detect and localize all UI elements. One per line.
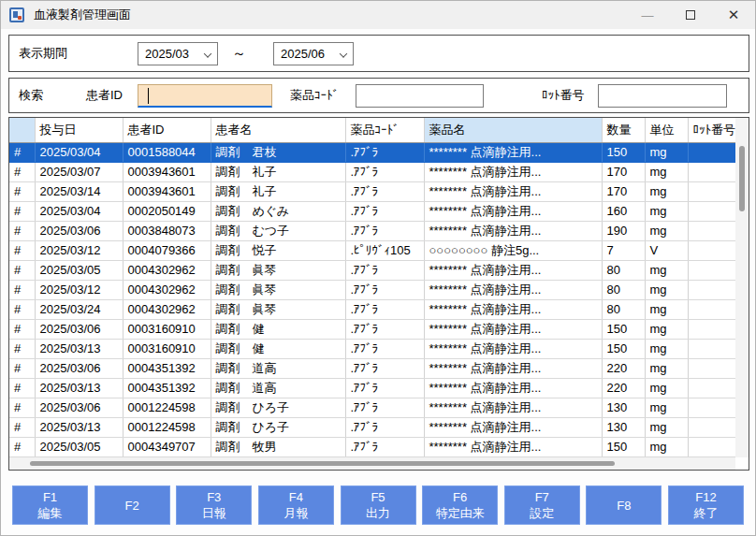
f2-button[interactable]: F2 [94,485,170,525]
cell-drug-name: ******** 点滴静注用... [424,221,602,240]
header-lot-number[interactable]: ﾛｯﾄ番号 [688,118,736,142]
table-row[interactable]: #2025/03/040002050149調剤 めぐみ.ｱﾌﾞﾗ********… [9,201,736,221]
cell-unit: mg [645,142,688,162]
table-row[interactable]: #2025/03/060003848073調剤 むつ子.ｱﾌﾞﾗ********… [9,221,736,240]
cell-lot-number [688,181,736,201]
f3-daily-report-button[interactable]: F3日報 [176,485,252,525]
header-patient-id[interactable]: 患者ID [123,118,211,142]
table-row[interactable]: #2025/03/060004351392調剤 道高.ｱﾌﾞﾗ******** … [9,358,736,378]
app-icon [9,7,24,22]
cell-patient-name: 調剤 眞琴 [211,260,345,280]
cell-drug-code: .ｱﾌﾞﾗ [345,417,424,437]
f6-specified-origin-button[interactable]: F6特定由来 [422,485,498,525]
cell-drug-name: ******** 点滴静注用... [424,299,602,319]
cell-patient-name: 調剤 ひろ子 [211,417,345,437]
horizontal-scrollbar[interactable] [9,457,735,470]
cell-quantity: 130 [602,417,645,437]
table-row[interactable]: #2025/03/240004302962調剤 眞琴.ｱﾌﾞﾗ******** … [9,299,736,319]
cell-quantity: 80 [602,280,645,299]
header-patient-name[interactable]: 患者名 [211,118,345,142]
cell-dose-date: 2025/03/06 [35,319,123,339]
cell-unit: mg [645,299,688,319]
period-from-dropdown[interactable]: 2025/03 [138,42,218,65]
maximize-button[interactable] [669,1,712,29]
cell-lot-number [688,437,736,456]
table-row[interactable]: #2025/03/050004349707調剤 牧男.ｱﾌﾞﾗ******** … [9,437,736,456]
cell-dose-date: 2025/03/06 [35,358,123,378]
header-unit[interactable]: 単位 [645,118,688,142]
table-row[interactable]: #2025/03/120004302962調剤 眞琴.ｱﾌﾞﾗ******** … [9,280,736,299]
header-dose-date[interactable]: 投与日 [35,118,123,142]
lot-number-label: ﾛｯﾄ番号 [542,87,585,104]
minimize-button[interactable]: — [626,1,669,29]
row-marker: # [9,417,35,437]
period-to-dropdown[interactable]: 2025/06 [273,42,354,65]
window: 血液製剤管理画面 — ✕ 表示期間 2025/03 ～ 2025/06 検索 患… [0,0,756,536]
cell-drug-name: ○○○○○○○○ 静注5g... [424,240,602,260]
table-row[interactable]: #2025/03/040001588044調剤 君枝.ｱﾌﾞﾗ******** … [9,142,736,162]
table-row[interactable]: #2025/03/050004302962調剤 眞琴.ｱﾌﾞﾗ******** … [9,260,736,280]
close-button[interactable]: ✕ [712,1,755,29]
header-quantity[interactable]: 数量 [602,118,645,142]
cell-quantity: 160 [602,201,645,221]
row-marker: # [9,260,35,280]
fkey-label: F2 [125,498,139,514]
cell-drug-code: .ｱﾌﾞﾗ [345,280,424,299]
table-row[interactable]: #2025/03/070003943601調剤 礼子.ｱﾌﾞﾗ******** … [9,162,736,181]
records-table: 投与日 患者ID 患者名 薬品ｺｰﾄﾞ 薬品名 数量 単位 ﾛｯﾄ番号 #202… [9,118,737,457]
cell-patient-id: 0001224598 [123,398,211,417]
cell-dose-date: 2025/03/13 [35,417,123,437]
cell-quantity: 170 [602,162,645,181]
row-marker: # [9,339,35,358]
row-marker: # [9,201,35,221]
drug-code-input[interactable] [356,84,484,108]
text-caret [148,88,149,104]
table-row[interactable]: #2025/03/060003160910調剤 健.ｱﾌﾞﾗ******** 点… [9,319,736,339]
lot-number-input[interactable] [598,84,727,108]
cell-drug-code: .ｱﾌﾞﾗ [345,260,424,280]
cell-patient-name: 調剤 眞琴 [211,280,345,299]
table-row[interactable]: #2025/03/140003943601調剤 礼子.ｱﾌﾞﾗ******** … [9,181,736,201]
cell-lot-number [688,221,736,240]
row-marker: # [9,221,35,240]
f7-settings-button[interactable]: F7設定 [504,485,580,525]
vertical-scrollbar[interactable] [735,118,749,457]
table-row[interactable]: #2025/03/130001224598調剤 ひろ子.ｱﾌﾞﾗ********… [9,417,736,437]
cell-patient-name: 調剤 礼子 [211,162,345,181]
vertical-scrollbar-thumb[interactable] [739,146,745,211]
records-panel: 投与日 患者ID 患者名 薬品ｺｰﾄﾞ 薬品名 数量 単位 ﾛｯﾄ番号 #202… [8,117,749,471]
cell-dose-date: 2025/03/12 [35,280,123,299]
cell-dose-date: 2025/03/04 [35,142,123,162]
table-row[interactable]: #2025/03/130004351392調剤 道高.ｱﾌﾞﾗ******** … [9,378,736,398]
cell-dose-date: 2025/03/07 [35,162,123,181]
fkey-label: F4 [289,489,303,505]
cell-unit: mg [645,260,688,280]
cell-drug-code: .ｱﾌﾞﾗ [345,319,424,339]
fkey-label: F12 [695,489,716,505]
cell-patient-id: 0004302962 [123,260,211,280]
f8-button[interactable]: F8 [586,485,662,525]
table-row[interactable]: #2025/03/120004079366調剤 悦子.ﾋﾟﾘｳﾞｨ105○○○○… [9,240,736,260]
cell-patient-name: 調剤 むつ子 [211,221,345,240]
f4-monthly-report-button[interactable]: F4月報 [258,485,334,525]
cell-quantity: 150 [602,339,645,358]
row-marker: # [9,319,35,339]
table-row[interactable]: #2025/03/130003160910調剤 健.ｱﾌﾞﾗ******** 点… [9,339,736,358]
patient-id-input[interactable] [138,84,272,108]
f5-output-button[interactable]: F5出力 [341,485,416,525]
horizontal-scrollbar-thumb[interactable] [30,461,615,466]
period-to-value: 2025/06 [281,47,325,61]
cell-drug-name: ******** 点滴静注用... [424,280,602,299]
f1-edit-button[interactable]: F1編集 [12,485,88,525]
cell-dose-date: 2025/03/06 [35,398,123,417]
f12-exit-button[interactable]: F12終了 [668,485,744,525]
period-panel: 表示期間 2025/03 ～ 2025/06 [8,35,749,72]
cell-quantity: 150 [602,437,645,456]
header-drug-name[interactable]: 薬品名 [424,118,602,142]
cell-lot-number [688,260,736,280]
table-row[interactable]: #2025/03/060001224598調剤 ひろ子.ｱﾌﾞﾗ********… [9,398,736,417]
cell-patient-id: 0001224598 [123,417,211,437]
header-drug-code[interactable]: 薬品ｺｰﾄﾞ [345,118,424,142]
fkey-label: F1 [43,489,57,505]
fbtn-label: 日報 [202,505,226,521]
